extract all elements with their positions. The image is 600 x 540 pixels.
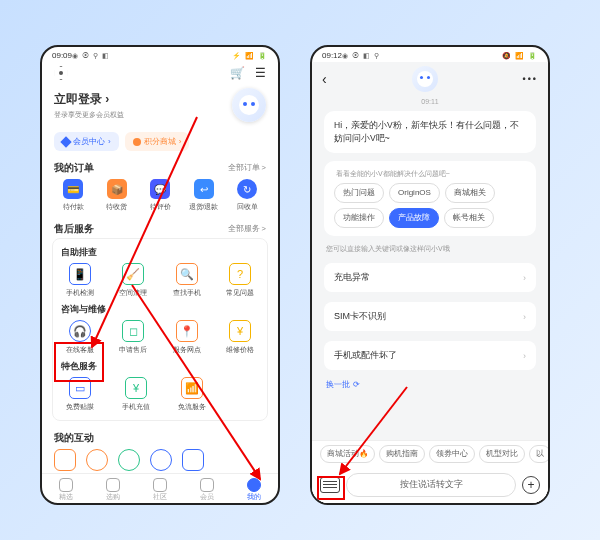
phone-recharge[interactable]: ¥手机充值 (117, 377, 155, 412)
heart-icon (59, 478, 73, 492)
return-icon: ↩ (194, 179, 214, 199)
online-service[interactable]: 🎧在线客服 (61, 320, 99, 355)
crown-icon (200, 478, 214, 492)
chevron-right-icon: › (105, 92, 109, 106)
refresh-batch[interactable]: 换一批⟳ (326, 379, 534, 390)
group-special-title: 特色服务 (53, 359, 267, 375)
sugg-guide[interactable]: 购机指南 (379, 445, 425, 463)
chat-header: ‹ ••• (312, 62, 548, 96)
apply-aftersale[interactable]: ◻申请售后 (114, 320, 152, 355)
chat-icon: 💬 (150, 179, 170, 199)
nav-shop[interactable]: 选购 (106, 478, 120, 502)
bag-icon (106, 478, 120, 492)
chip-originos[interactable]: OriginOS (389, 183, 440, 203)
message-icon[interactable]: ☰ (255, 66, 266, 80)
group-consult-title: 咨询与维修 (53, 302, 267, 318)
nav-member[interactable]: 会员 (200, 478, 214, 502)
sugg-activity[interactable]: 商城活动🔥 (320, 445, 375, 463)
more-button[interactable]: ••• (523, 74, 538, 84)
suggestion-row[interactable]: 商城活动🔥 购机指南 领券中心 机型对比 以 (312, 440, 548, 467)
interact-item-4[interactable] (150, 449, 172, 471)
greeting-bubble: Hi，亲爱的小V粉，新年快乐！有什么问题，不妨问问小V吧~ (324, 111, 536, 153)
box-icon: 📦 (107, 179, 127, 199)
faq-sim[interactable]: SIM卡不识别› (324, 302, 536, 331)
nav-featured[interactable]: 精选 (59, 478, 73, 502)
status-bar: 09:12 ◉ ⦿ ◧ ⚲ 🔕 📶 🔋 (312, 47, 548, 62)
back-button[interactable]: ‹ (322, 71, 327, 87)
avatar[interactable] (232, 88, 266, 122)
coin-icon (133, 138, 141, 146)
header: 🛒 ☰ (42, 62, 278, 84)
recycle-icon: ↻ (237, 179, 257, 199)
order-refund[interactable]: ↩退货/退款 (185, 179, 223, 212)
nav-mine[interactable]: 我的 (247, 478, 261, 502)
nav-community[interactable]: 社区 (153, 478, 167, 502)
bot-avatar (412, 66, 438, 92)
quick-pills: 会员中心 › 积分商城 › (42, 126, 278, 157)
orders-title: 我的订单 (54, 161, 94, 175)
status-time: 09:12 (322, 51, 342, 60)
chevron-right-icon: › (108, 137, 111, 146)
service-points[interactable]: 📍服务网点 (168, 320, 206, 355)
group-self-title: 自助排查 (53, 245, 267, 261)
order-pending-review[interactable]: 💬待评价 (141, 179, 179, 212)
sugg-coupon[interactable]: 领券中心 (429, 445, 475, 463)
interact-item-5[interactable] (182, 449, 204, 471)
sugg-compare[interactable]: 机型对比 (479, 445, 525, 463)
find-phone[interactable]: 🔍查找手机 (168, 263, 206, 298)
settings-icon[interactable] (54, 66, 68, 80)
faq-hint: 您可以直接输入关键词或像这样问小V哦 (326, 244, 534, 254)
orders-more[interactable]: 全部订单 > (228, 163, 266, 173)
bottom-nav: 精选 选购 社区 会员 我的 (42, 473, 278, 505)
chevron-right-icon: › (523, 351, 526, 361)
login-title: 立即登录 (54, 92, 102, 106)
chevron-right-icon: › (179, 137, 182, 146)
card-icon: 💳 (63, 179, 83, 199)
phone-left: 09:09 ◉ ⦿ ⚲ ◧ ⚡ 📶 🔋 🛒 ☰ 立即登录 › 登录享受更多会员权… (40, 45, 280, 505)
cart-icon[interactable]: 🛒 (230, 66, 245, 80)
chip-mall[interactable]: 商城相关 (445, 183, 495, 203)
points-mall-pill[interactable]: 积分商城 › (125, 132, 190, 151)
form-icon: ◻ (122, 320, 144, 342)
chips-bubble: 看看全能的小V都能解决什么问题吧~ 热门问题 OriginOS 商城相关 功能操… (324, 161, 536, 237)
aftersale-more[interactable]: 全部服务 > (228, 224, 266, 234)
free-data[interactable]: 📶免流服务 (173, 377, 211, 412)
interact-item-2[interactable] (86, 449, 108, 471)
status-icons-right: ⚡ 📶 🔋 (232, 52, 268, 60)
repair-price[interactable]: ¥维修价格 (221, 320, 259, 355)
plus-button[interactable]: + (522, 476, 540, 494)
order-pending-pay[interactable]: 💳待付款 (54, 179, 92, 212)
price-icon: ¥ (229, 320, 251, 342)
keyboard-icon[interactable] (320, 477, 340, 493)
voice-input[interactable]: 按住说话转文字 (346, 473, 516, 497)
people-icon (153, 478, 167, 492)
interact-item-1[interactable] (54, 449, 76, 471)
chip-hot[interactable]: 热门问题 (334, 183, 384, 203)
chip-account[interactable]: 帐号相关 (444, 208, 494, 228)
login-row[interactable]: 立即登录 › 登录享受更多会员权益 (42, 84, 278, 126)
chip-function[interactable]: 功能操作 (334, 208, 384, 228)
member-center-pill[interactable]: 会员中心 › (54, 132, 119, 151)
chevron-right-icon: › (523, 312, 526, 322)
chevron-right-icon: › (523, 273, 526, 283)
aftersale-card: 自助排查 📱手机检测 🧹空间清理 🔍查找手机 ?常见问题 咨询与维修 🎧在线客服… (52, 238, 268, 421)
interact-title: 我的互动 (54, 431, 94, 445)
interact-row (42, 447, 278, 473)
status-time: 09:09 (52, 51, 72, 60)
phone-icon: 📱 (69, 263, 91, 285)
free-film[interactable]: ▭免费贴膜 (61, 377, 99, 412)
faq-broken[interactable]: 手机或配件坏了› (324, 341, 536, 370)
space-clean[interactable]: 🧹空间清理 (114, 263, 152, 298)
order-pending-receive[interactable]: 📦待收货 (98, 179, 136, 212)
faq[interactable]: ?常见问题 (221, 263, 259, 298)
sugg-more[interactable]: 以 (529, 445, 548, 463)
interact-item-3[interactable] (118, 449, 140, 471)
status-icons-left: ◉ ⦿ ◧ ⚲ (342, 52, 380, 60)
status-icons-right: 🔕 📶 🔋 (502, 52, 538, 60)
headset-icon: 🎧 (69, 320, 91, 342)
input-row: 按住说话转文字 + (312, 467, 548, 503)
phone-check[interactable]: 📱手机检测 (61, 263, 99, 298)
faq-charge[interactable]: 充电异常› (324, 263, 536, 292)
chip-fault[interactable]: 产品故障 (389, 208, 439, 228)
order-recycle[interactable]: ↻回收单 (228, 179, 266, 212)
